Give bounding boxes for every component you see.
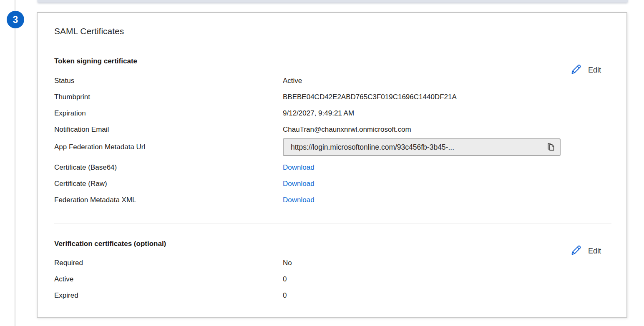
required-row: Required No <box>54 255 610 271</box>
row-value: https://login.microsoftonline.com/93c456… <box>283 138 610 156</box>
pencil-edit-icon <box>569 63 582 77</box>
row-value: BBEBE04CD42E2ABD765C3F019C1696C1440DF21A <box>283 93 610 101</box>
expiration-row: Expiration 9/12/2027, 9:49:21 AM <box>54 105 610 121</box>
copy-icon <box>546 141 556 153</box>
row-label: Expiration <box>54 109 283 118</box>
active-count-row: Active 0 <box>54 271 610 287</box>
token-signing-edit-button[interactable]: Edit <box>567 61 604 79</box>
thumbprint-row: Thumbprint BBEBE04CD42E2ABD765C3F019C169… <box>54 89 610 105</box>
edit-button-label: Edit <box>588 247 601 256</box>
edit-button-label: Edit <box>588 66 601 75</box>
row-label: Required <box>54 259 283 267</box>
section-divider <box>54 223 611 223</box>
card-title: SAML Certificates <box>54 25 610 37</box>
saml-sso-page-section: 3 SAML Certificates Token signing certif… <box>0 0 644 326</box>
token-signing-rows: Status Active Thumbprint BBEBE04CD42E2AB… <box>54 73 610 208</box>
status-row: Status Active <box>54 73 610 89</box>
row-value: No <box>283 259 610 267</box>
notification-email-row: Notification Email ChauTran@chaunxnrwl.o… <box>54 121 610 138</box>
metadata-url-field[interactable]: https://login.microsoftonline.com/93c456… <box>283 138 561 156</box>
row-value: 0 <box>283 291 610 300</box>
verification-rows: Required No Active 0 Expired 0 <box>54 255 610 303</box>
row-label: Notification Email <box>54 125 283 134</box>
download-federation-metadata-xml-link[interactable]: Download <box>283 196 314 204</box>
row-value: 9/12/2027, 9:49:21 AM <box>283 109 610 118</box>
row-label: Active <box>54 275 283 283</box>
step-number: 3 <box>13 14 18 25</box>
certificate-base64-row: Certificate (Base64) Download <box>54 159 610 176</box>
token-signing-heading: Token signing certificate <box>54 56 610 66</box>
metadata-url-text: https://login.microsoftonline.com/93c456… <box>291 143 543 152</box>
previous-card-bottom-edge <box>38 0 628 3</box>
row-value: ChauTran@chaunxnrwl.onmicrosoft.com <box>283 125 610 134</box>
row-value: 0 <box>283 275 610 283</box>
row-label: Expired <box>54 291 283 300</box>
verification-certificates-edit-button[interactable]: Edit <box>567 242 604 260</box>
row-label: App Federation Metadata Url <box>54 143 283 151</box>
saml-certificates-card: SAML Certificates Token signing certific… <box>37 12 627 318</box>
row-label: Thumbprint <box>54 93 283 101</box>
row-label: Federation Metadata XML <box>54 196 283 204</box>
verification-certificates-heading: Verification certificates (optional) <box>54 239 610 249</box>
app-federation-metadata-url-row: App Federation Metadata Url https://logi… <box>54 138 610 157</box>
download-certificate-base64-link[interactable]: Download <box>283 163 314 171</box>
row-label: Status <box>54 77 283 85</box>
pencil-edit-icon <box>569 244 582 258</box>
step-connector-line <box>15 0 15 326</box>
federation-metadata-xml-row: Federation Metadata XML Download <box>54 192 610 208</box>
row-value: Active <box>283 77 610 85</box>
step-number-badge: 3 <box>7 11 24 28</box>
row-label: Certificate (Raw) <box>54 180 283 188</box>
download-certificate-raw-link[interactable]: Download <box>283 180 314 188</box>
certificate-raw-row: Certificate (Raw) Download <box>54 176 610 192</box>
expired-count-row: Expired 0 <box>54 287 610 303</box>
row-label: Certificate (Base64) <box>54 163 283 172</box>
copy-url-button[interactable] <box>546 141 556 153</box>
